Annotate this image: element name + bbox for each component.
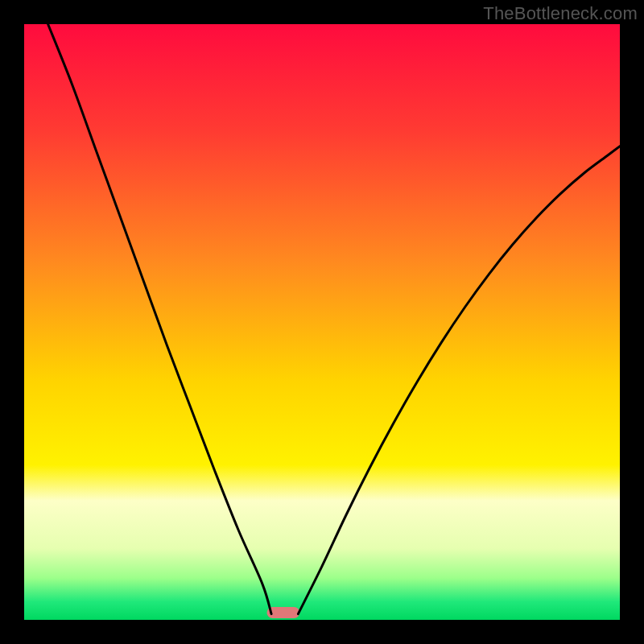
chart-frame: TheBottleneck.com	[0, 0, 644, 644]
chart-svg	[24, 24, 620, 620]
watermark-text: TheBottleneck.com	[483, 3, 638, 24]
plot-area	[24, 24, 620, 620]
chart-background	[24, 24, 620, 620]
